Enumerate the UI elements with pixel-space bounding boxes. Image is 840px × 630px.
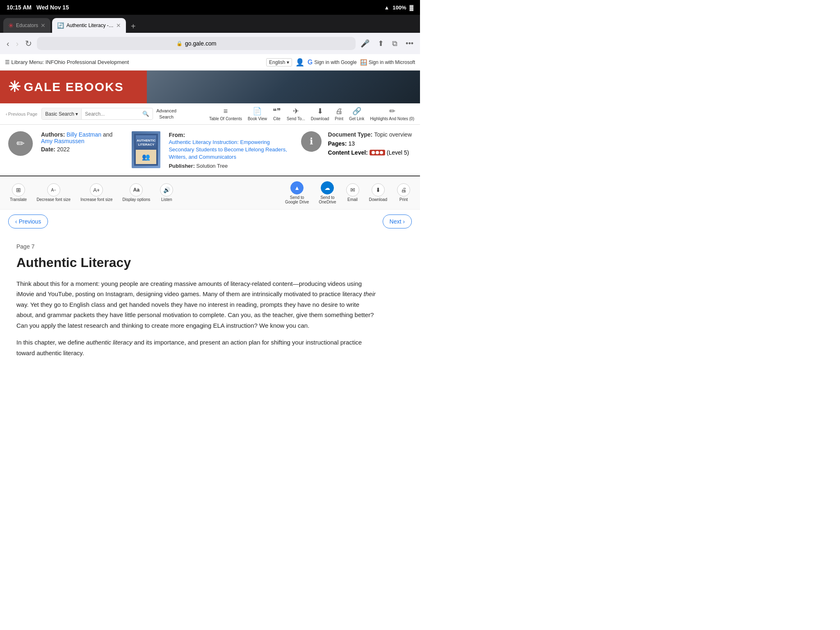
authentic-tab-close[interactable]: ✕ bbox=[116, 22, 121, 29]
send-to-onedrive-button[interactable]: ☁ Send toOneDrive bbox=[315, 180, 339, 206]
listen-icon: 🔊 bbox=[160, 183, 173, 196]
highlights-notes-button[interactable]: ✏ Highlights And Notes (0) bbox=[368, 105, 417, 123]
address-field[interactable]: 🔒 go.gale.com bbox=[37, 37, 356, 50]
gale-asterisk-icon: ✳ bbox=[8, 78, 21, 96]
search-input[interactable] bbox=[82, 109, 139, 119]
print-label: Print bbox=[335, 116, 343, 121]
paragraph-2: In this chapter, we define authentic lit… bbox=[16, 337, 377, 358]
more-button[interactable]: ••• bbox=[404, 38, 415, 50]
library-menu-label[interactable]: ☰ Library Menu: INFOhio Professional Dev… bbox=[5, 59, 129, 65]
advanced-search-button[interactable]: Advanced Search bbox=[155, 106, 178, 121]
account-icon: 👤 bbox=[295, 58, 304, 67]
author2-link[interactable]: Amy Rasmussen bbox=[41, 138, 84, 144]
from-title-link[interactable]: Authentic Literacy Instruction: Empoweri… bbox=[169, 139, 292, 161]
email-icon: ✉ bbox=[346, 183, 359, 196]
tab-educators[interactable]: ✳ Educators ✕ bbox=[3, 18, 50, 33]
author2-last: Rasmussen bbox=[54, 138, 84, 144]
prev-chevron-icon: ‹ bbox=[6, 112, 7, 116]
authentic-tab-icon: 🔄 bbox=[57, 22, 64, 29]
back-button[interactable]: ‹ bbox=[5, 37, 11, 50]
previous-nav-button[interactable]: ‹ Previous bbox=[8, 215, 48, 228]
library-menu-right: English ▾ 👤 G Sign in with Google 🪟 Sign… bbox=[266, 58, 415, 67]
cite-label: Cite bbox=[273, 116, 281, 121]
search-submit-button[interactable]: 🔍 bbox=[139, 108, 153, 119]
download-button[interactable]: ⬇ Download bbox=[308, 105, 331, 123]
next-arrow-icon: › bbox=[403, 218, 405, 225]
book-cover-image: AUTHENTIC LITERACY 👥 bbox=[132, 131, 160, 168]
send-to-google-drive-button[interactable]: ▲ Send toGoogle Drive bbox=[282, 180, 312, 206]
wifi-icon: ▲ bbox=[384, 5, 389, 11]
listen-label: Listen bbox=[161, 197, 172, 202]
email-label: Email bbox=[347, 197, 358, 202]
left-content-tools: ⊞ Translate A− Decrease font size A+ Inc… bbox=[7, 182, 176, 203]
browser-chrome: ✳ Educators ✕ 🔄 Authentic Literacy - Doc… bbox=[0, 15, 420, 54]
author1-link[interactable]: Billy Eastman bbox=[66, 131, 101, 138]
authentic-tab-title: Authentic Literacy - Doc... bbox=[66, 23, 114, 28]
doc-type-section: Document Type: Topic overview Pages: 13 … bbox=[328, 131, 412, 156]
send-to-button[interactable]: ✈ Send To... bbox=[284, 105, 308, 123]
onedrive-icon: ☁ bbox=[321, 181, 334, 194]
microphone-button[interactable]: 🎤 bbox=[359, 37, 371, 50]
print-button[interactable]: 🖨 Print bbox=[332, 105, 346, 123]
listen-button[interactable]: 🔊 Listen bbox=[157, 182, 176, 203]
level-dot-3 bbox=[380, 151, 383, 154]
previous-page-button[interactable]: ‹ Previous Page bbox=[3, 110, 40, 118]
tabs-button[interactable]: ⧉ bbox=[390, 38, 399, 50]
get-link-icon: 🔗 bbox=[352, 107, 361, 116]
level-dot-1 bbox=[372, 151, 375, 154]
decrease-font-label: Decrease font size bbox=[37, 197, 71, 202]
send-to-icon: ✈ bbox=[293, 107, 299, 116]
get-link-button[interactable]: 🔗 Get Link bbox=[347, 105, 367, 123]
next-nav-button[interactable]: Next › bbox=[383, 215, 412, 228]
print-tool-button[interactable]: 🖨 Print bbox=[394, 182, 413, 203]
lang-selector[interactable]: English ▾ bbox=[266, 58, 292, 66]
download-tool-button[interactable]: ⬇ Download bbox=[366, 182, 390, 203]
doc-date: Date: 2022 bbox=[41, 146, 123, 153]
display-options-icon: Aa bbox=[130, 183, 143, 196]
display-options-button[interactable]: Aa Display options bbox=[119, 182, 154, 203]
refresh-button[interactable]: ↻ bbox=[23, 37, 34, 50]
toc-label: Table Of Contents bbox=[209, 116, 242, 121]
educators-tab-close[interactable]: ✕ bbox=[41, 22, 46, 29]
sign-in-google-button[interactable]: G Sign in with Google bbox=[308, 59, 357, 66]
new-tab-button[interactable]: + bbox=[128, 20, 139, 33]
email-tool-button[interactable]: ✉ Email bbox=[343, 182, 363, 203]
level-dot-2 bbox=[376, 151, 379, 154]
page-number: Page 7 bbox=[16, 243, 377, 250]
advanced-search-line1: Advanced bbox=[156, 108, 176, 113]
toolbar: ‹ Previous Page Basic Search ▾ 🔍 Advance… bbox=[0, 103, 420, 125]
right-content-tools: ▲ Send toGoogle Drive ☁ Send toOneDrive … bbox=[282, 180, 413, 206]
doc-type-info-section: ℹ Document Type: Topic overview Pages: 1… bbox=[301, 131, 412, 156]
publisher-label: Publisher: bbox=[169, 163, 195, 169]
date-separator bbox=[33, 4, 35, 11]
toolbar-tools: ≡ Table Of Contents 📄 Book View ❝❞ Cite … bbox=[180, 105, 417, 123]
book-view-button[interactable]: 📄 Book View bbox=[245, 105, 269, 123]
sign-in-ms-label: Sign in with Microsoft bbox=[369, 59, 415, 65]
table-of-contents-button[interactable]: ≡ Table Of Contents bbox=[207, 105, 244, 123]
doc-publisher: Publisher: Solution Tree bbox=[169, 163, 292, 169]
library-menu-text: ☰ Library Menu: INFOhio Professional Dev… bbox=[5, 59, 129, 65]
book-view-label: Book View bbox=[248, 116, 267, 121]
share-button[interactable]: ⬆ bbox=[376, 37, 386, 50]
gale-header-bg bbox=[147, 71, 420, 103]
highlights-notes-label: Highlights And Notes (0) bbox=[370, 116, 414, 121]
date-label: Date: bbox=[41, 146, 55, 153]
translate-tool-button[interactable]: ⊞ Translate bbox=[7, 182, 30, 203]
page-navigation: ‹ Previous Next › bbox=[0, 210, 420, 233]
tab-authentic-literacy[interactable]: 🔄 Authentic Literacy - Doc... ✕ bbox=[52, 18, 126, 33]
advanced-search-line2: Search bbox=[159, 114, 173, 119]
book-view-icon: 📄 bbox=[253, 107, 262, 116]
search-type-select[interactable]: Basic Search ▾ bbox=[42, 109, 82, 119]
decrease-font-button[interactable]: A− Decrease font size bbox=[33, 182, 74, 203]
info-circle-icon: ℹ bbox=[301, 131, 322, 152]
cite-button[interactable]: ❝❞ Cite bbox=[270, 105, 283, 123]
increase-font-button[interactable]: A+ Increase font size bbox=[77, 182, 116, 203]
send-onedrive-label: Send toOneDrive bbox=[319, 195, 336, 204]
get-link-label: Get Link bbox=[349, 116, 364, 121]
authors-label: Authors: bbox=[41, 131, 65, 138]
italic-authentic-literacy: authentic literacy bbox=[86, 339, 132, 346]
time: 10:15 AM bbox=[7, 4, 32, 11]
battery-icon: ▓ bbox=[410, 5, 413, 11]
sign-in-microsoft-button[interactable]: 🪟 Sign in with Microsoft bbox=[360, 59, 415, 66]
forward-button[interactable]: › bbox=[14, 37, 21, 50]
